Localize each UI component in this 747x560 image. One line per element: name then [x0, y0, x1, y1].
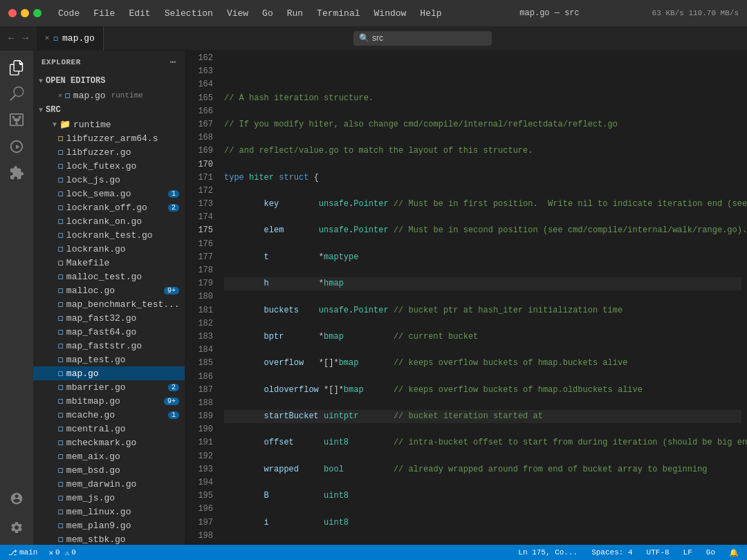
menu-edit[interactable]: Edit	[123, 7, 156, 20]
code-content[interactable]: // A hash iteration structure. // If you…	[219, 50, 747, 545]
svg-point-1	[19, 116, 21, 119]
ln-185: 185	[185, 357, 213, 370]
file-lock-sema[interactable]: ◻ lock_sema.go 1	[33, 187, 185, 200]
ln-197: 197	[185, 516, 213, 530]
file-mcheckmark[interactable]: ◻ mcheckmark.go	[33, 436, 185, 449]
new-file-icon[interactable]: ⋯	[170, 56, 176, 68]
src-section[interactable]: ▼ SRC	[33, 102, 185, 118]
minimize-button[interactable]	[21, 9, 29, 17]
errors-count: 0	[55, 548, 60, 557]
file-lockrank-on[interactable]: ◻ lockrank_on.go	[33, 214, 185, 228]
file-map-fast32[interactable]: ◻ map_fast32.go	[33, 311, 185, 325]
ln-170: 170	[185, 158, 213, 171]
source-control-icon[interactable]	[5, 109, 28, 132]
file-mem-js[interactable]: ◻ mem_js.go	[33, 491, 185, 505]
tab-map-go[interactable]: ✕ ◻ map.go	[37, 26, 104, 50]
close-tab-icon[interactable]: ✕	[45, 35, 50, 42]
search-input-wrap[interactable]: 🔍	[353, 31, 492, 46]
extensions-icon[interactable]	[5, 161, 28, 185]
ln-193: 193	[185, 463, 213, 476]
warning-icon: ⚠	[65, 548, 70, 557]
file-mbarrier[interactable]: ◻ mbarrier.go 2	[33, 380, 185, 394]
file-mcentral[interactable]: ◻ mcentral.go	[33, 422, 185, 436]
menu-window[interactable]: Window	[369, 7, 412, 20]
search-input[interactable]	[372, 33, 486, 43]
file-mcache[interactable]: ◻ mcache.go 1	[33, 408, 185, 422]
files-icon[interactable]	[5, 56, 28, 80]
file-map-go[interactable]: ◻ map.go	[33, 366, 185, 380]
file-mbitmap[interactable]: ◻ mbitmap.go 9+	[33, 394, 185, 408]
notifications-item[interactable]: 🔔	[726, 548, 741, 557]
badge-mbarrier: 2	[168, 384, 179, 391]
nav-forward-button[interactable]: →	[19, 31, 30, 45]
file-mem-aix[interactable]: ◻ mem_aix.go	[33, 449, 185, 463]
file-malloc-test[interactable]: ◻ malloc_test.go	[33, 270, 185, 283]
file-lockrank-test[interactable]: ◻ lockrank_test.go	[33, 228, 185, 242]
file-mem-plan9[interactable]: ◻ mem_plan9.go	[33, 519, 185, 532]
file-mem-darwin[interactable]: ◻ mem_darwin.go	[33, 477, 185, 491]
menu-go[interactable]: Go	[257, 7, 279, 20]
open-editor-map-go[interactable]: ✕ ◻ map.go runtime	[33, 88, 185, 102]
file-go-icon: ◻	[58, 409, 64, 420]
runtime-folder[interactable]: ▼ 📁 runtime	[33, 118, 185, 131]
position-item[interactable]: Ln 175, Co...	[515, 548, 580, 557]
ln-189: 189	[185, 410, 213, 423]
file-lockrank[interactable]: ◻ lockrank.go	[33, 242, 185, 256]
file-makefile[interactable]: ◻ Makefile	[33, 256, 185, 270]
ln-172: 172	[185, 185, 213, 198]
file-go-icon: ◻	[58, 437, 64, 448]
file-go-icon: ◻	[58, 230, 64, 241]
file-lock-js[interactable]: ◻ lock_js.go	[33, 173, 185, 187]
nav-back-button[interactable]: ←	[6, 31, 17, 45]
file-go-icon: ◻	[58, 202, 64, 213]
open-editors-section[interactable]: ▼ OPEN EDITORS	[33, 73, 185, 88]
close-file-icon[interactable]: ✕	[58, 91, 62, 100]
editor[interactable]: 162 163 164 165 166 167 168 169 170 171 …	[185, 50, 747, 545]
file-go-icon: ◻	[58, 340, 64, 351]
menu-run[interactable]: Run	[282, 7, 308, 20]
file-mem-bsd[interactable]: ◻ mem_bsd.go	[33, 463, 185, 477]
open-file-label: map.go	[73, 91, 106, 101]
file-label: mem_darwin.go	[66, 479, 136, 489]
file-libfuzzer[interactable]: ◻ libfuzzer.go	[33, 145, 185, 159]
file-go-icon: ◻	[58, 312, 64, 324]
src-label: SRC	[46, 105, 61, 115]
open-file-path: runtime	[111, 91, 143, 100]
spaces-item[interactable]: Spaces: 4	[589, 548, 635, 557]
menu-terminal[interactable]: Terminal	[311, 7, 365, 20]
ln-181: 181	[185, 304, 213, 317]
file-malloc[interactable]: ◻ malloc.go 9+	[33, 283, 185, 297]
eol-item[interactable]: LF	[681, 548, 695, 557]
statusbar-left: ⎇ main ✕ 0 ⚠ 0	[6, 548, 79, 557]
git-branch-item[interactable]: ⎇ main	[6, 548, 40, 557]
errors-item[interactable]: ✕ 0 ⚠ 0	[46, 548, 78, 557]
folder-icon: 📁	[59, 119, 71, 130]
run-debug-icon[interactable]	[5, 135, 28, 158]
account-icon[interactable]	[5, 487, 28, 510]
file-label: mcache.go	[66, 410, 115, 420]
file-map-test[interactable]: ◻ map_test.go	[33, 353, 185, 366]
file-mem-linux[interactable]: ◻ mem_linux.go	[33, 505, 185, 519]
encoding-item[interactable]: UTF-8	[644, 548, 672, 557]
code-172: bptr *bmap // current bucket	[224, 330, 741, 344]
menu-file[interactable]: File	[88, 7, 120, 20]
close-button[interactable]	[8, 9, 17, 17]
file-map-faststr[interactable]: ◻ map_faststr.go	[33, 339, 185, 353]
menu-view[interactable]: View	[221, 7, 254, 20]
menu-code[interactable]: Code	[53, 7, 85, 20]
file-go-icon: ◻	[58, 285, 64, 296]
file-libfuzzer-arm64[interactable]: ◻ libfuzzer_arm64.s	[33, 131, 185, 145]
maximize-button[interactable]	[33, 9, 42, 17]
file-mem-stbk[interactable]: ◻ mem_stbk.go	[33, 532, 185, 545]
search-activity-icon[interactable]	[5, 82, 28, 106]
file-map-fast64[interactable]: ◻ map_fast64.go	[33, 325, 185, 339]
settings-icon[interactable]	[5, 516, 28, 539]
menu-selection[interactable]: Selection	[159, 7, 219, 20]
file-label: mem_stbk.go	[66, 534, 126, 545]
menu-help[interactable]: Help	[414, 7, 447, 20]
file-lockrank-off[interactable]: ◻ lockrank_off.go 2	[33, 200, 185, 214]
file-lock-futex[interactable]: ◻ lock_futex.go	[33, 159, 185, 173]
file-map-benchmark[interactable]: ◻ map_benchmark_test...	[33, 297, 185, 311]
language-item[interactable]: Go	[703, 548, 718, 557]
code-169: t *maptype	[224, 251, 741, 264]
